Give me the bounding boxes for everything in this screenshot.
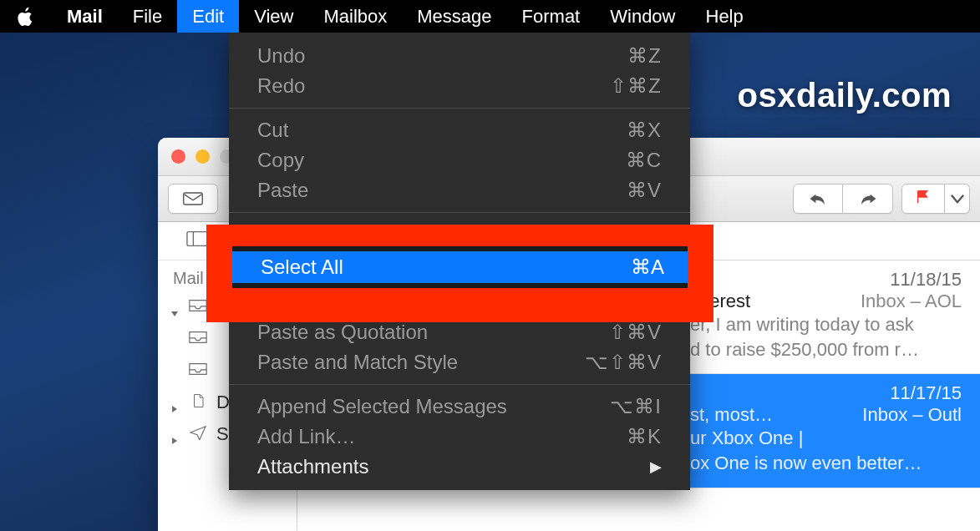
menu-item-label: Paste and Match Style bbox=[257, 351, 458, 374]
message-preview: er, I am writing today to ask bbox=[690, 312, 962, 337]
menu-item-label: Redo bbox=[257, 74, 305, 98]
menu-item-shortcut: ⌥⇧⌘V bbox=[585, 351, 662, 374]
inbox-icon bbox=[188, 360, 208, 382]
menubar-item-edit[interactable]: Edit bbox=[177, 0, 239, 33]
message-date: 11/17/15 bbox=[890, 382, 962, 404]
disclosure-triangle-icon[interactable] bbox=[170, 302, 180, 312]
menubar-app-name[interactable]: Mail bbox=[52, 0, 118, 33]
menubar-item-window[interactable]: Window bbox=[595, 0, 690, 33]
forward-icon bbox=[857, 190, 879, 207]
menu-item-shortcut: ⌥⌘I bbox=[610, 395, 662, 418]
menu-item-paste-match-style[interactable]: Paste and Match Style ⌥⇧⌘V bbox=[229, 347, 690, 377]
menu-item-shortcut: ⌘A bbox=[631, 255, 664, 279]
menu-item-label: Add Link… bbox=[257, 425, 355, 448]
sidebar-item-label: D bbox=[216, 392, 230, 413]
window-close-button[interactable] bbox=[171, 149, 185, 164]
message-mailbox: Inbox – Outl bbox=[862, 404, 962, 426]
menubar-item-view[interactable]: View bbox=[239, 0, 308, 33]
disclosure-triangle-icon[interactable] bbox=[170, 397, 180, 407]
message-mailbox: Inbox – AOL bbox=[861, 291, 962, 312]
menu-item-copy[interactable]: Copy ⌘C bbox=[229, 145, 690, 175]
menu-item-redo[interactable]: Redo ⇧⌘Z bbox=[229, 71, 690, 101]
menu-item-label: Undo bbox=[257, 44, 305, 68]
watermark-text: osxdaily.com bbox=[738, 77, 952, 114]
envelope-icon bbox=[182, 190, 204, 207]
menubar-item-mailbox[interactable]: Mailbox bbox=[308, 0, 402, 33]
sidebar-item-label: S bbox=[216, 423, 229, 445]
menu-item-attachments[interactable]: Attachments ▶ bbox=[229, 452, 690, 482]
message-preview: ox One is now even better… bbox=[690, 451, 962, 476]
menu-item-shortcut: ⌘K bbox=[627, 425, 662, 448]
flag-button[interactable] bbox=[901, 184, 945, 214]
menu-item-label: Cut bbox=[257, 119, 288, 142]
menu-item-append-selected[interactable]: Append Selected Messages ⌥⌘I bbox=[229, 392, 690, 422]
menu-item-shortcut: ⌘V bbox=[627, 179, 662, 202]
svg-rect-1 bbox=[187, 231, 207, 245]
menu-item-cut[interactable]: Cut ⌘X bbox=[229, 115, 690, 145]
menu-item-shortcut: ⌘Z bbox=[627, 44, 662, 68]
menu-item-shortcut: ⇧⌘V bbox=[609, 321, 662, 344]
mailboxes-view-button[interactable] bbox=[186, 230, 208, 252]
menu-separator bbox=[229, 108, 690, 109]
menubar-item-help[interactable]: Help bbox=[691, 0, 759, 33]
svg-rect-0 bbox=[184, 193, 203, 205]
apple-menu[interactable] bbox=[0, 7, 52, 27]
document-icon bbox=[188, 392, 208, 413]
annotation-highlight-box: Select All ⌘A bbox=[206, 225, 713, 322]
message-date: 11/18/15 bbox=[890, 269, 962, 291]
menu-separator bbox=[229, 212, 690, 213]
window-minimize-button[interactable] bbox=[195, 149, 210, 164]
submenu-arrow-icon: ▶ bbox=[650, 458, 662, 476]
menubar-item-file[interactable]: File bbox=[118, 0, 177, 33]
inbox-icon bbox=[188, 328, 208, 350]
menubar-item-message[interactable]: Message bbox=[402, 0, 506, 33]
message-preview: ur Xbox One | bbox=[690, 426, 962, 451]
menubar: Mail File Edit View Mailbox Message Form… bbox=[0, 0, 980, 33]
menu-separator bbox=[229, 384, 690, 385]
menu-item-label: Select All bbox=[261, 255, 343, 279]
flag-icon bbox=[912, 189, 934, 205]
apple-icon bbox=[17, 7, 35, 27]
reply-button[interactable] bbox=[793, 184, 843, 214]
inbox-icon bbox=[188, 296, 208, 318]
menu-item-add-link[interactable]: Add Link… ⌘K bbox=[229, 422, 690, 452]
menu-item-shortcut: ⌘C bbox=[626, 149, 662, 172]
menu-item-shortcut: ⌘X bbox=[627, 119, 662, 142]
reply-segment bbox=[793, 184, 893, 214]
flag-segment bbox=[901, 184, 970, 214]
menu-item-undo[interactable]: Undo ⌘Z bbox=[229, 41, 690, 71]
reply-icon bbox=[807, 190, 829, 207]
menu-item-select-all[interactable]: Select All ⌘A bbox=[232, 251, 688, 283]
menu-item-paste[interactable]: Paste ⌘V bbox=[229, 175, 690, 205]
forward-button[interactable] bbox=[843, 184, 893, 214]
menu-item-shortcut: ⇧⌘Z bbox=[610, 74, 662, 98]
menu-item-label: Append Selected Messages bbox=[257, 395, 507, 418]
traffic-lights bbox=[158, 149, 234, 164]
message-subject: st, most… bbox=[690, 404, 773, 426]
menubar-item-format[interactable]: Format bbox=[507, 0, 596, 33]
menu-item-label: Paste bbox=[257, 179, 308, 202]
disclosure-triangle-icon[interactable] bbox=[170, 429, 180, 439]
paperplane-icon bbox=[188, 423, 208, 445]
flag-menu-button[interactable] bbox=[945, 184, 970, 214]
menu-item-label: Copy bbox=[257, 149, 304, 172]
menu-item-label: Paste as Quotation bbox=[257, 321, 428, 344]
compose-button[interactable] bbox=[168, 184, 218, 214]
message-preview: d to raise $250,000 from r… bbox=[690, 337, 962, 362]
chevron-down-icon bbox=[947, 190, 968, 207]
menu-item-label: Attachments bbox=[257, 455, 368, 478]
columns-icon bbox=[186, 230, 208, 247]
